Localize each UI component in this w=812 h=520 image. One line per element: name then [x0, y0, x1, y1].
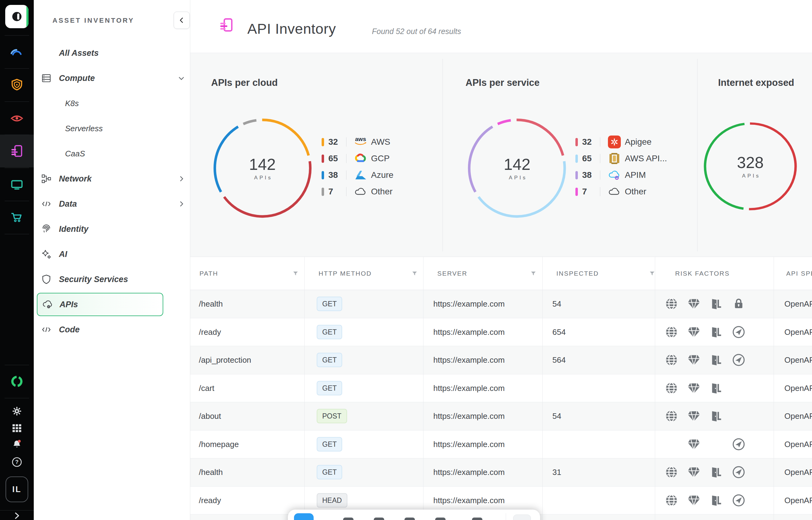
toolbar-primary-button[interactable]: [294, 513, 314, 520]
server-cell: https://example.com: [433, 299, 505, 309]
api-spec-link[interactable]: OpenAPI: [784, 355, 812, 365]
settings-icon[interactable]: [0, 403, 34, 419]
org-icon[interactable]: [0, 367, 34, 396]
notifications-icon[interactable]: [0, 436, 34, 452]
inspected-cell: 564: [552, 355, 566, 365]
sidebar-collapse-button[interactable]: [174, 12, 190, 29]
profile-button[interactable]: IL: [5, 476, 28, 502]
app-logo[interactable]: [5, 5, 28, 28]
globe-risk-icon: [665, 382, 678, 395]
api-spec-link[interactable]: OpenAPI: [784, 495, 812, 505]
expand-rail-icon[interactable]: [0, 512, 34, 520]
filter-icon[interactable]: [292, 270, 299, 277]
trace-icon[interactable]: [0, 35, 34, 68]
table-row[interactable]: /aboutPOSThttps://example.com54OpenAPI: [190, 402, 812, 431]
column-header-inspected[interactable]: INSPECTED: [556, 270, 599, 277]
toolbar-icon[interactable]: [374, 518, 384, 520]
door-risk-icon: [710, 409, 723, 423]
legend-item-gcp: 65 GCP: [322, 150, 390, 167]
sidebar-item-compute[interactable]: Compute: [34, 66, 190, 91]
apis-icon: [42, 299, 53, 310]
apigee-icon: [607, 135, 622, 149]
filter-icon[interactable]: [530, 270, 537, 277]
api-spec-link[interactable]: OpenAPI: [784, 412, 812, 421]
http-method-badge: GET: [317, 437, 342, 451]
column-header-api-spec[interactable]: API SPEC: [786, 270, 812, 277]
sidebar-item-data[interactable]: Data: [34, 191, 190, 216]
column-header-http-method[interactable]: HTTP METHOD: [319, 270, 372, 277]
toolbar-icon[interactable]: [472, 518, 483, 520]
sidebar-item-code[interactable]: Code: [34, 317, 190, 342]
table-row[interactable]: /readyGEThttps://example.com654OpenAPI: [190, 318, 812, 346]
column-header-server[interactable]: SERVER: [437, 270, 467, 277]
toolbar-secondary-button[interactable]: [513, 515, 531, 520]
sidebar-item-apis[interactable]: APIs: [37, 293, 163, 316]
sidebar-item-ai[interactable]: AI: [34, 242, 190, 267]
server-cell: https://example.com: [433, 327, 505, 337]
legend-item-aws: 32 aws AWS: [322, 134, 390, 150]
help-icon[interactable]: ?: [0, 454, 34, 470]
api-spec-link[interactable]: OpenAPI: [784, 383, 812, 393]
table-row[interactable]: /healthGEThttps://example.com31OpenAPI: [190, 458, 812, 487]
network-icon: [41, 174, 52, 184]
chart-title-internet-exposed: Internet exposed: [718, 77, 794, 88]
cart-icon[interactable]: [0, 201, 34, 234]
gem-risk-icon: [687, 297, 700, 311]
api-icon[interactable]: [0, 135, 34, 168]
api-spec-link[interactable]: OpenAPI: [784, 468, 812, 477]
risk-factors-cell: [665, 494, 781, 507]
inspected-cell: 54: [552, 299, 561, 309]
table-row[interactable]: /healthGEThttps://example.com54OpenAPI: [190, 290, 812, 318]
code-icon: [41, 324, 52, 335]
toolbar-icon[interactable]: [404, 518, 415, 520]
sidebar-item-k8s[interactable]: K8s: [34, 91, 190, 116]
door-risk-icon: [710, 382, 723, 395]
globe-risk-icon: [665, 494, 678, 507]
sidebar-item-all-assets[interactable]: All Assets: [34, 41, 190, 66]
http-method-badge: GET: [317, 325, 342, 339]
toolbar-icon[interactable]: [343, 518, 353, 520]
sidebar-item-serverless[interactable]: Serverless: [34, 116, 190, 141]
table-row[interactable]: /homepageGEThttps://example.comOpenAPI: [190, 431, 812, 459]
api-spec-link[interactable]: OpenAPI: [784, 299, 812, 309]
api-spec-link[interactable]: OpenAPI: [784, 327, 812, 337]
panel-divider: [697, 59, 697, 252]
table-row[interactable]: /api_protectionGEThttps://example.com564…: [190, 346, 812, 374]
method-cell: GET: [317, 353, 342, 367]
server-cell: https://example.com: [433, 355, 505, 365]
globe-risk-icon: [665, 325, 678, 339]
plane-risk-icon: [732, 353, 745, 367]
api-spec-link[interactable]: OpenAPI: [784, 439, 812, 449]
toolbar-icon[interactable]: [435, 518, 446, 520]
sidebar-item-network[interactable]: Network: [34, 166, 190, 191]
ai-icon: [41, 249, 52, 259]
eye-icon[interactable]: [0, 102, 34, 135]
table-row[interactable]: /cartGEThttps://example.comOpenAPI: [190, 374, 812, 402]
risk-factors-cell: [665, 325, 781, 339]
path-cell: /ready: [199, 327, 221, 337]
legend-item-aws-api-gateway: 65 AWS API...: [575, 150, 667, 167]
shield-icon[interactable]: [0, 68, 34, 102]
globe-risk-icon: [665, 409, 678, 423]
gem-risk-icon: [687, 382, 700, 395]
apps-grid-icon[interactable]: [0, 420, 34, 436]
filter-icon[interactable]: [411, 270, 418, 277]
sidebar-item-identity[interactable]: Identity: [34, 216, 190, 242]
column-header-risk-factors[interactable]: RISK FACTORS: [675, 270, 730, 277]
legend-item-apim: 38 APIM: [575, 167, 646, 183]
api-inventory-icon: [219, 17, 235, 33]
method-cell: GET: [317, 465, 342, 479]
legend-item-apigee: 32 Apigee: [575, 134, 651, 150]
monitor-icon[interactable]: [0, 168, 34, 201]
filter-icon[interactable]: [649, 270, 656, 277]
column-header-path[interactable]: PATH: [199, 270, 218, 277]
sidebar-item-caas[interactable]: CaaS: [34, 141, 190, 166]
chevron-right-icon: [177, 175, 186, 183]
server-cell: https://example.com: [433, 383, 505, 393]
method-cell: GET: [317, 381, 342, 395]
server-cell: https://example.com: [433, 412, 505, 421]
compute-icon: [41, 73, 52, 83]
door-risk-icon: [710, 465, 723, 479]
method-cell: GET: [317, 325, 342, 339]
sidebar-item-security-services[interactable]: Security Services: [34, 267, 190, 292]
